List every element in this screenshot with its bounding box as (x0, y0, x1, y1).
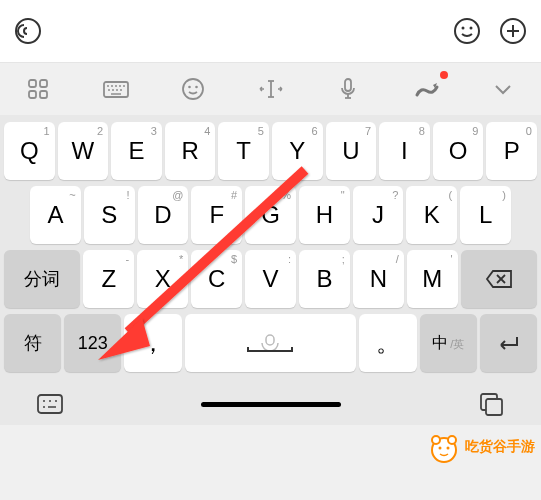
notification-dot (440, 71, 448, 79)
key-superscript: ? (392, 189, 398, 201)
key-a[interactable]: A~ (30, 186, 81, 244)
key-superscript: / (396, 253, 399, 265)
home-indicator[interactable] (201, 402, 341, 407)
key-u[interactable]: U7 (326, 122, 377, 180)
message-input[interactable] (56, 12, 439, 50)
symbol-key[interactable]: 符 (4, 314, 61, 372)
software-keyboard: Q1W2E3R4T5Y6U7I8O9P0 A~S!D@F#G%H"J?K(L) … (0, 115, 541, 381)
svg-point-24 (195, 86, 198, 89)
key-x[interactable]: X* (137, 250, 188, 308)
gif-sticker-icon[interactable] (406, 73, 446, 105)
key-superscript: # (231, 189, 237, 201)
key-superscript: - (126, 253, 130, 265)
key-superscript: : (288, 253, 291, 265)
key-superscript: ) (502, 189, 506, 201)
comma-key[interactable]: ， (124, 314, 181, 372)
key-m[interactable]: M' (407, 250, 458, 308)
split-word-key[interactable]: 分词 (4, 250, 80, 308)
key-superscript: 9 (472, 125, 478, 137)
key-superscript: 7 (365, 125, 371, 137)
key-o[interactable]: O9 (433, 122, 484, 180)
svg-rect-7 (29, 80, 36, 87)
period-key[interactable]: 。 (359, 314, 416, 372)
svg-point-22 (183, 79, 203, 99)
svg-rect-32 (38, 395, 62, 413)
collapse-keyboard-icon[interactable] (483, 73, 523, 105)
svg-point-46 (447, 447, 450, 450)
svg-point-1 (455, 19, 479, 43)
key-w[interactable]: W2 (58, 122, 109, 180)
key-superscript: % (281, 189, 291, 201)
key-b[interactable]: B; (299, 250, 350, 308)
key-n[interactable]: N/ (353, 250, 404, 308)
key-superscript: " (341, 189, 345, 201)
key-k[interactable]: K( (406, 186, 457, 244)
keyboard-row-1: Q1W2E3R4T5Y6U7I8O9P0 (2, 119, 539, 183)
grid-icon[interactable] (18, 73, 58, 105)
svg-point-2 (462, 27, 465, 30)
key-superscript: * (179, 253, 183, 265)
emoji-toolbar-icon[interactable] (173, 73, 213, 105)
enter-key[interactable] (480, 314, 537, 372)
key-i[interactable]: I8 (379, 122, 430, 180)
key-r[interactable]: R4 (165, 122, 216, 180)
svg-rect-39 (486, 399, 502, 415)
key-j[interactable]: J? (353, 186, 404, 244)
key-c[interactable]: C$ (191, 250, 242, 308)
svg-rect-31 (266, 335, 274, 345)
key-superscript: ~ (69, 189, 75, 201)
key-y[interactable]: Y6 (272, 122, 323, 180)
key-d[interactable]: D@ (138, 186, 189, 244)
svg-rect-9 (29, 91, 36, 98)
mic-icon[interactable] (328, 73, 368, 105)
key-superscript: 6 (311, 125, 317, 137)
watermark-text: 吃货谷手游 (465, 438, 535, 456)
key-superscript: 0 (526, 125, 532, 137)
svg-point-35 (55, 400, 57, 402)
keyboard-settings-icon[interactable] (96, 73, 136, 105)
language-switch-key[interactable]: 中/英 (420, 314, 477, 372)
key-superscript: 5 (258, 125, 264, 137)
keyboard-row-2: A~S!D@F#G%H"J?K(L) (2, 183, 539, 247)
cursor-icon[interactable] (251, 73, 291, 105)
svg-point-43 (432, 436, 440, 444)
key-t[interactable]: T5 (218, 122, 269, 180)
backspace-key[interactable] (461, 250, 537, 308)
key-superscript: @ (172, 189, 183, 201)
voice-input-icon[interactable] (10, 13, 46, 49)
key-q[interactable]: Q1 (4, 122, 55, 180)
key-superscript: $ (231, 253, 237, 265)
key-superscript: 3 (151, 125, 157, 137)
key-superscript: ; (342, 253, 345, 265)
keyboard-row-3: 分词 Z-X*C$V:B;N/M' (2, 247, 539, 311)
svg-point-0 (16, 19, 40, 43)
chat-input-bar (0, 0, 541, 62)
key-l[interactable]: L) (460, 186, 511, 244)
key-superscript: ' (451, 253, 453, 265)
svg-point-44 (448, 436, 456, 444)
key-f[interactable]: F# (191, 186, 242, 244)
plus-icon[interactable] (495, 13, 531, 49)
keyboard-bottom-bar (0, 381, 541, 425)
svg-point-34 (49, 400, 51, 402)
svg-point-23 (188, 86, 191, 89)
key-p[interactable]: P0 (486, 122, 537, 180)
key-v[interactable]: V: (245, 250, 296, 308)
key-g[interactable]: G% (245, 186, 296, 244)
svg-point-3 (470, 27, 473, 30)
keyboard-switch-icon[interactable] (30, 389, 70, 419)
key-e[interactable]: E3 (111, 122, 162, 180)
emoji-icon[interactable] (449, 13, 485, 49)
svg-point-36 (43, 406, 45, 408)
keyboard-row-4: 符 123 ， 。 中/英 (2, 311, 539, 375)
svg-rect-26 (345, 79, 351, 91)
key-z[interactable]: Z- (83, 250, 134, 308)
numbers-key[interactable]: 123 (64, 314, 121, 372)
space-key[interactable] (185, 314, 357, 372)
svg-point-45 (439, 447, 442, 450)
svg-point-33 (43, 400, 45, 402)
key-h[interactable]: H" (299, 186, 350, 244)
clipboard-icon[interactable] (471, 389, 511, 419)
watermark-logo-icon (427, 430, 461, 464)
key-s[interactable]: S! (84, 186, 135, 244)
